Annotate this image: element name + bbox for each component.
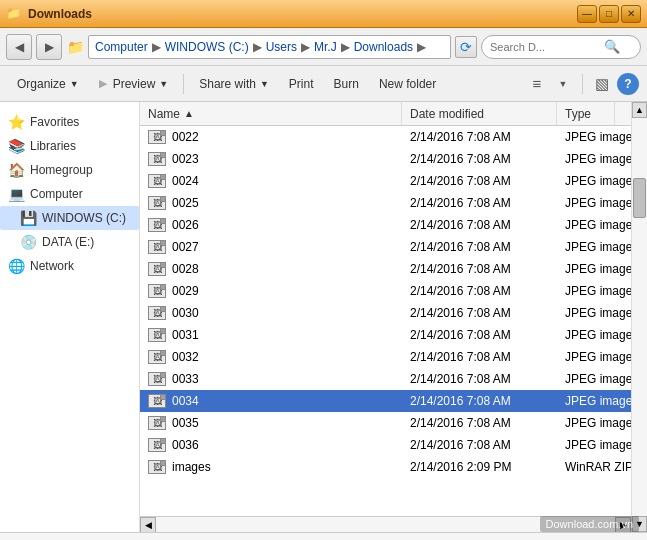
table-row[interactable]: 🖼 0034 2/14/2016 7:08 AM JPEG image — [140, 390, 631, 412]
windows-drive-icon: 💾 — [20, 210, 36, 226]
table-row[interactable]: 🖼 0032 2/14/2016 7:08 AM JPEG image — [140, 346, 631, 368]
vscroll-track[interactable] — [632, 118, 647, 516]
table-row[interactable]: 🖼 0022 2/14/2016 7:08 AM JPEG image — [140, 126, 631, 148]
file-icon: 🖼 — [148, 196, 166, 210]
table-row[interactable]: 🖼 0033 2/14/2016 7:08 AM JPEG image — [140, 368, 631, 390]
hscroll-left-button[interactable]: ◀ — [140, 517, 156, 533]
sidebar-item-homegroup[interactable]: 🏠 Homegroup — [0, 158, 139, 182]
sidebar-item-data[interactable]: 💿 DATA (E:) — [0, 230, 139, 254]
file-cell-date: 2/14/2016 7:08 AM — [402, 196, 557, 210]
table-row[interactable]: 🖼 0025 2/14/2016 7:08 AM JPEG image — [140, 192, 631, 214]
file-name: 0033 — [172, 372, 199, 386]
maximize-button[interactable]: □ — [599, 5, 619, 23]
file-cell-name: 🖼 0030 — [140, 306, 402, 320]
file-cell-date: 2/14/2016 7:08 AM — [402, 240, 557, 254]
file-cell-type: JPEG image — [557, 262, 631, 276]
file-cell-date: 2/14/2016 7:08 AM — [402, 218, 557, 232]
table-row[interactable]: 🖼 0036 2/14/2016 7:08 AM JPEG image — [140, 434, 631, 456]
table-row[interactable]: 🖼 0031 2/14/2016 7:08 AM JPEG image — [140, 324, 631, 346]
preview-icon: ▶ — [99, 77, 107, 90]
table-row[interactable]: 🖼 0027 2/14/2016 7:08 AM JPEG image — [140, 236, 631, 258]
toolbar-separator-2 — [582, 74, 583, 94]
file-list-container: Name ▲ Date modified Type 🖼 0022 2/14/20… — [140, 102, 631, 532]
back-button[interactable]: ◀ — [6, 34, 32, 60]
sidebar-item-computer[interactable]: 💻 Computer — [0, 182, 139, 206]
sidebar-label-network: Network — [30, 259, 74, 273]
file-cell-name: 🖼 0022 — [140, 130, 402, 144]
help-button[interactable]: ? — [617, 73, 639, 95]
file-cell-name: 🖼 images — [140, 460, 402, 474]
sidebar-item-libraries[interactable]: 📚 Libraries — [0, 134, 139, 158]
file-icon: 🖼 — [148, 240, 166, 254]
close-button[interactable]: ✕ — [621, 5, 641, 23]
libraries-icon: 📚 — [8, 138, 24, 154]
file-name: 0026 — [172, 218, 199, 232]
bc-windows[interactable]: WINDOWS (C:) — [165, 40, 249, 54]
vscroll-thumb[interactable] — [633, 178, 646, 218]
sidebar-item-windows[interactable]: 💾 WINDOWS (C:) — [0, 206, 139, 230]
bc-mrj[interactable]: Mr.J — [314, 40, 337, 54]
table-row[interactable]: 🖼 0028 2/14/2016 7:08 AM JPEG image — [140, 258, 631, 280]
address-path[interactable]: Computer ▶ WINDOWS (C:) ▶ Users ▶ Mr.J ▶… — [88, 35, 451, 59]
file-name: 0032 — [172, 350, 199, 364]
table-row[interactable]: 🖼 0030 2/14/2016 7:08 AM JPEG image — [140, 302, 631, 324]
file-cell-type: JPEG image — [557, 328, 631, 342]
view-dropdown-icon: ▼ — [559, 79, 568, 89]
table-row[interactable]: 🖼 images 2/14/2016 2:09 PM WinRAR ZIP ar… — [140, 456, 631, 478]
file-cell-name: 🖼 0035 — [140, 416, 402, 430]
file-name: 0022 — [172, 130, 199, 144]
column-header-type[interactable]: Type — [557, 102, 615, 125]
file-cell-type: WinRAR ZIP archive — [557, 460, 631, 474]
organize-button[interactable]: Organize ▼ — [8, 71, 88, 97]
bc-computer[interactable]: Computer — [95, 40, 148, 54]
title-bar: 📁 Downloads — □ ✕ — [0, 0, 647, 28]
vscroll-up-button[interactable]: ▲ — [632, 102, 647, 118]
sidebar: ⭐ Favorites 📚 Libraries 🏠 Homegroup 💻 Co… — [0, 102, 140, 532]
file-icon: 🖼 — [148, 372, 166, 386]
view-details-button[interactable]: ≡ — [526, 73, 548, 95]
column-header-name[interactable]: Name ▲ — [140, 102, 402, 125]
search-box[interactable]: 🔍 — [481, 35, 641, 59]
forward-button[interactable]: ▶ — [36, 34, 62, 60]
file-icon: 🖼 — [148, 328, 166, 342]
preview-button[interactable]: ▶ Preview ▼ — [90, 71, 178, 97]
file-name: 0025 — [172, 196, 199, 210]
table-row[interactable]: 🖼 0035 2/14/2016 7:08 AM JPEG image — [140, 412, 631, 434]
file-cell-date: 2/14/2016 7:08 AM — [402, 416, 557, 430]
file-icon: 🖼 — [148, 306, 166, 320]
view-options-button[interactable]: ▼ — [552, 73, 574, 95]
file-icon: 🖼 — [148, 460, 166, 474]
search-icon[interactable]: 🔍 — [604, 39, 620, 54]
share-with-button[interactable]: Share with ▼ — [190, 71, 278, 97]
file-cell-type: JPEG image — [557, 240, 631, 254]
file-name: 0030 — [172, 306, 199, 320]
table-row[interactable]: 🖼 0023 2/14/2016 7:08 AM JPEG image — [140, 148, 631, 170]
burn-button[interactable]: Burn — [325, 71, 368, 97]
column-header-date[interactable]: Date modified — [402, 102, 557, 125]
breadcrumb: Computer ▶ WINDOWS (C:) ▶ Users ▶ Mr.J ▶… — [95, 40, 428, 54]
file-name: 0034 — [172, 394, 199, 408]
file-cell-type: JPEG image — [557, 218, 631, 232]
file-list: 🖼 0022 2/14/2016 7:08 AM JPEG image 🖼 00… — [140, 126, 631, 516]
file-name: 0024 — [172, 174, 199, 188]
preview-pane-button[interactable]: ▧ — [591, 73, 613, 95]
file-cell-name: 🖼 0036 — [140, 438, 402, 452]
file-icon: 🖼 — [148, 284, 166, 298]
table-row[interactable]: 🖼 0029 2/14/2016 7:08 AM JPEG image — [140, 280, 631, 302]
sidebar-item-favorites[interactable]: ⭐ Favorites — [0, 110, 139, 134]
minimize-button[interactable]: — — [577, 5, 597, 23]
file-icon: 🖼 — [148, 416, 166, 430]
print-button[interactable]: Print — [280, 71, 323, 97]
bc-users[interactable]: Users — [266, 40, 297, 54]
bc-downloads[interactable]: Downloads — [354, 40, 413, 54]
preview-dropdown-icon: ▼ — [159, 79, 168, 89]
sidebar-item-network[interactable]: 🌐 Network — [0, 254, 139, 278]
table-row[interactable]: 🖼 0026 2/14/2016 7:08 AM JPEG image — [140, 214, 631, 236]
vertical-scrollbar[interactable]: ▲ ▼ — [631, 102, 647, 532]
sidebar-label-windows: WINDOWS (C:) — [42, 211, 126, 225]
table-row[interactable]: 🖼 0024 2/14/2016 7:08 AM JPEG image — [140, 170, 631, 192]
refresh-button[interactable]: ⟳ — [455, 36, 477, 58]
search-input[interactable] — [490, 41, 600, 53]
window-title: Downloads — [28, 7, 577, 21]
new-folder-button[interactable]: New folder — [370, 71, 445, 97]
